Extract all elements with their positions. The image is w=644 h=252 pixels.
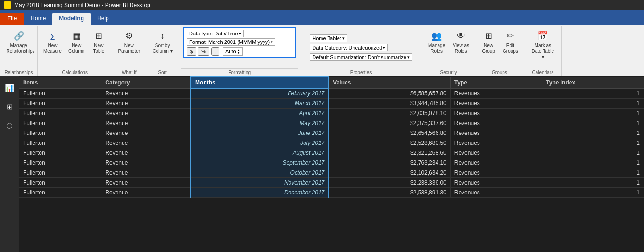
ribbon-group-label-whatif: What If [115,68,143,76]
edit-groups-icon: ✏ [504,29,517,42]
cell-values: $3,944,785.80 [329,99,450,105]
stepper-up[interactable]: ▲▼ [237,48,240,55]
tab-file[interactable]: File [0,13,24,25]
ribbon-group-sort: ↕ Sort byColumn ▾ Sort [146,26,179,76]
datatype-dropdown[interactable]: Data type: Date/Time ▾ [187,30,244,37]
ribbon-group-label-formatting: Formatting [181,68,298,76]
cell-months: March 2017 [191,99,329,105]
ribbon-group-relationships: 🔗 ManageRelationships Relationships [0,26,38,76]
datatype-label: Data type: Date/Time [189,31,238,36]
parameter-icon: ⚙ [123,29,136,42]
new-group-button[interactable]: ⊞ NewGroup [478,28,499,55]
ribbon-group-label-relationships: Relationships [3,68,34,76]
manage-roles-icon: 👥 [430,29,443,42]
format-dropdown[interactable]: Format: March 2001 (MMMM yyyy) ▾ [187,38,275,46]
ribbon-group-security: 👥 ManageRoles 👁 View asRoles Security [422,26,475,76]
cell-category: Revenue [101,88,191,99]
summarization-dropdown[interactable]: Default Summarization: Don't summarize ▾ [310,53,412,61]
hometable-dropdown[interactable]: Home Table: ▾ [310,34,347,42]
cell-months: February 2017 [191,88,329,99]
table-row: Fullerton Revenue March 2017 $3,944,785.… [19,99,644,105]
measure-icon: ∑ [46,29,59,42]
datatype-arrow: ▾ [239,31,241,36]
calendar-icon: 📅 [536,29,549,42]
ribbon-group-calculations: ∑ NewMeasure ▦ NewColumn ⊞ NewTable Calc… [38,26,112,76]
ribbon-group-label-calculations: Calculations [41,68,109,76]
percent-button[interactable]: % [198,47,209,56]
auto-dropdown[interactable]: Auto ▲▼ [223,47,243,56]
format-arrow: ▾ [271,40,273,44]
summarization-label: Default Summarization: Don't summarize [312,54,406,60]
manage-relationships-button[interactable]: 🔗 ManageRelationships [4,28,34,55]
new-column-button[interactable]: ▦ NewColumn [66,28,87,55]
cell-type-index: 1 [542,99,644,105]
nav-report-button[interactable]: 📊 [2,80,17,95]
ribbon-group-whatif: ⚙ NewParameter What If [112,26,146,76]
title-text: May 2018 Learning Summit Demo - Power BI… [14,2,150,8]
cell-category: Revenue [101,99,191,105]
comma-button[interactable]: , [211,47,219,56]
sort-by-column-button[interactable]: ↕ Sort byColumn ▾ [149,28,175,55]
ribbon-tabs: File Home Modeling Help [0,10,644,25]
title-bar: May 2018 Learning Summit Demo - Power BI… [0,0,644,10]
column-icon: ▦ [70,29,83,42]
ribbon: 🔗 ManageRelationships Relationships ∑ Ne… [0,25,644,76]
new-parameter-button[interactable]: ⚙ NewParameter [115,28,143,55]
data-table: Items Category Months Values Type Type I… [19,76,644,105]
datacategory-dropdown[interactable]: Data Category: Uncategorized ▾ [310,44,388,51]
ribbon-group-label-groups: Groups [478,68,521,76]
dollar-button[interactable]: $ [187,47,196,56]
nav-data-button[interactable]: ⊞ [2,99,17,105]
cell-items: Fullerton [19,88,101,99]
datacategory-label: Data Category: Uncategorized [312,45,382,50]
col-header-category[interactable]: Category [101,77,191,88]
data-area: Items Category Months Values Type Type I… [19,76,644,105]
new-group-icon: ⊞ [482,29,495,42]
ribbon-group-label-security: Security [425,68,472,76]
relationships-icon: 🔗 [12,29,25,42]
cell-values: $6,585,657.80 [329,88,450,99]
cell-type-index: 1 [542,88,644,99]
col-header-values[interactable]: Values [329,77,450,88]
cell-type: Revenues [450,99,542,105]
ribbon-group-formatting: Data type: Date/Time ▾ Format: March 200… [179,26,300,76]
cell-items: Fullerton [19,99,101,105]
tab-modeling[interactable]: Modeling [52,13,91,25]
tab-home[interactable]: Home [24,13,52,25]
table-row: Fullerton Revenue February 2017 $6,585,6… [19,88,644,99]
app-icon [4,1,11,9]
manage-roles-button[interactable]: 👥 ManageRoles [425,28,448,55]
ribbon-group-properties: Home Table: ▾ Data Category: Uncategoriz… [300,26,422,76]
edit-groups-button[interactable]: ✏ EditGroups [500,28,521,55]
new-table-button[interactable]: ⊞ NewTable [88,28,109,55]
ribbon-group-calendars: 📅 Mark asDate Table ▾ Calendars [524,26,562,76]
view-roles-icon: 👁 [454,29,468,42]
col-header-items[interactable]: Items [19,77,101,88]
col-header-type-index[interactable]: Type Index [542,77,644,88]
sort-icon: ↕ [156,29,169,42]
ribbon-group-groups: ⊞ NewGroup ✏ EditGroups Groups [475,26,524,76]
ribbon-group-label-sort: Sort [149,68,176,76]
tab-help[interactable]: Help [91,13,116,25]
format-label: Format: March 2001 (MMMM yyyy) [189,39,270,45]
new-measure-button[interactable]: ∑ NewMeasure [41,28,65,55]
col-header-type[interactable]: Type [450,77,542,88]
mark-as-date-table-button[interactable]: 📅 Mark asDate Table ▾ [528,28,558,61]
ribbon-group-label-calendars: Calendars [527,68,559,76]
col-header-months[interactable]: Months [191,77,329,88]
cell-type: Revenues [450,88,542,99]
hometable-label: Home Table: [312,35,341,41]
table-icon: ⊞ [92,29,105,42]
view-as-roles-button[interactable]: 👁 View asRoles [450,28,472,55]
ribbon-group-label-properties: Properties [303,68,419,76]
left-nav: 📊 ⊞ ⬡ [0,76,19,105]
